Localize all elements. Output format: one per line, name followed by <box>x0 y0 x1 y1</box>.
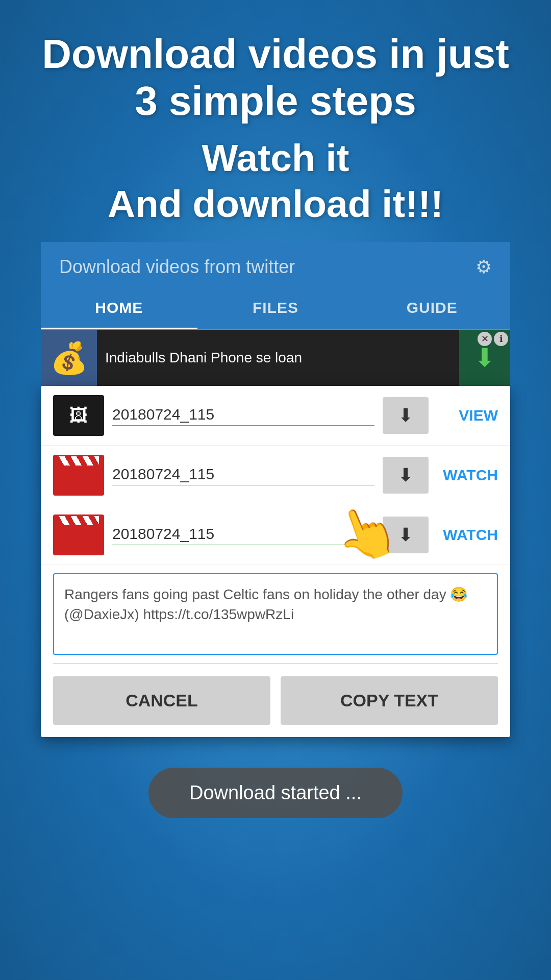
ad-banner: 💰 Indiabulls Dhani Phone se loan ✕ ℹ ⬇ <box>41 330 510 386</box>
modal-overlay: 🖼 20180724_115 ⬇ VIEW 20180724_115 ⬇ WAT… <box>0 386 551 737</box>
video-filename-3: 20180724_115 <box>112 525 374 545</box>
app-nav: HOME FILES GUIDE <box>41 288 510 330</box>
video-filename-2: 20180724_115 <box>112 465 374 485</box>
hero-section: Download videos in just 3 simple steps W… <box>0 0 551 242</box>
app-window: Download videos from twitter ⚙ HOME FILE… <box>41 242 510 386</box>
nav-home[interactable]: HOME <box>41 288 197 329</box>
download-button-3[interactable]: ⬇ 👆 <box>383 517 429 553</box>
nav-guide[interactable]: GUIDE <box>354 288 510 329</box>
tweet-content: Rangers fans going past Celtic fans on h… <box>64 586 468 622</box>
watch-link-2[interactable]: WATCH <box>437 467 498 484</box>
video-row-3: 20180724_115 ⬇ 👆 WATCH <box>41 505 510 565</box>
video-filename-1: 20180724_115 <box>112 406 374 426</box>
download-modal: 🖼 20180724_115 ⬇ VIEW 20180724_115 ⬇ WAT… <box>41 386 510 737</box>
hero-subtitle: Watch itAnd download it!!! <box>31 135 520 227</box>
ad-close-button[interactable]: ✕ <box>478 332 492 346</box>
modal-actions: CANCEL COPY TEXT <box>41 664 510 737</box>
video-thumb-2 <box>53 455 104 496</box>
video-row-1: 🖼 20180724_115 ⬇ VIEW <box>41 386 510 446</box>
ad-right: ✕ ℹ ⬇ <box>459 330 510 386</box>
copy-text-button[interactable]: COPY TEXT <box>281 676 498 725</box>
nav-files[interactable]: FILES <box>197 288 354 329</box>
ad-download-icon: ⬇ <box>474 343 495 373</box>
tweet-text-area[interactable]: Rangers fans going past Celtic fans on h… <box>53 573 498 655</box>
hero-title: Download videos in just 3 simple steps <box>31 31 520 125</box>
download-toast: Download started ... <box>148 768 403 818</box>
bottom-area: Download started ... <box>0 737 551 839</box>
download-button-1[interactable]: ⬇ <box>383 397 429 434</box>
cancel-button[interactable]: CANCEL <box>53 676 270 725</box>
video-thumb-1: 🖼 <box>53 395 104 436</box>
video-thumb-3 <box>53 514 104 555</box>
ad-info-button[interactable]: ℹ <box>494 332 508 346</box>
view-link-1[interactable]: VIEW <box>437 407 498 424</box>
app-toolbar-title: Download videos from twitter <box>59 256 295 278</box>
video-row-2: 20180724_115 ⬇ WATCH <box>41 446 510 505</box>
watch-link-3[interactable]: WATCH <box>437 526 498 544</box>
ad-text: Indiabulls Dhani Phone se loan <box>97 350 459 366</box>
ad-icon: 💰 <box>41 330 97 386</box>
download-button-2[interactable]: ⬇ <box>383 457 429 494</box>
app-toolbar: Download videos from twitter ⚙ <box>41 242 510 288</box>
settings-icon[interactable]: ⚙ <box>475 256 492 278</box>
